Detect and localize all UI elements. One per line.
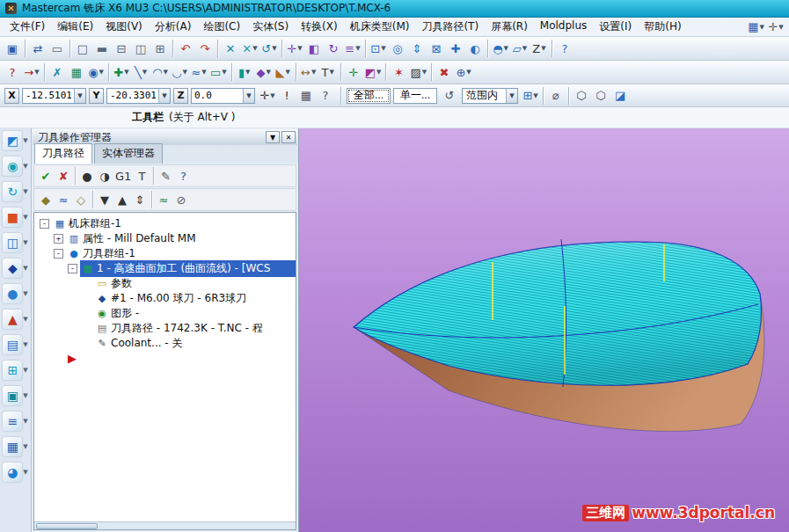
note-text-dropdown-icon[interactable]: ▼ xyxy=(329,69,333,76)
tree-item[interactable]: ▤刀具路径 - 1742.3K - T.NC - 程 xyxy=(34,321,296,336)
xform-offset-dropdown-icon[interactable]: ▼ xyxy=(355,45,360,52)
create-line-dropdown-icon[interactable]: ▼ xyxy=(142,69,147,76)
xform-offset-icon[interactable]: ≡▼ xyxy=(343,39,362,58)
select-result-icon[interactable]: ▦ xyxy=(67,62,86,82)
toolbar-states-dropdown-icon[interactable]: ▼ xyxy=(760,24,764,31)
zoom-fit-icon[interactable]: ⊠ xyxy=(427,39,446,58)
delete-entities-icon[interactable]: ✕ xyxy=(221,39,240,58)
note-text-icon[interactable]: T▼ xyxy=(318,62,338,82)
select-mode-dropdown-icon[interactable]: ▼ xyxy=(533,92,537,99)
tree-horizontal-scrollbar[interactable] xyxy=(34,521,296,529)
toolbar-states-icon[interactable]: ▦▼ xyxy=(746,18,766,37)
gview-right-tool[interactable]: ●▼ xyxy=(3,284,27,303)
extra-tool-dropdown-icon[interactable]: ▼ xyxy=(23,469,27,476)
toggle-post-icon[interactable]: ◇ xyxy=(72,191,90,208)
analyze-dynamic-icon[interactable]: →▼ xyxy=(22,62,41,82)
tree-item[interactable]: ✎Coolant... - 关 xyxy=(34,336,296,351)
chamfer-icon[interactable]: ◣▼ xyxy=(274,62,293,82)
gview-isometric-tool[interactable]: ◩▼ xyxy=(3,131,27,150)
insert-arrow-icon[interactable]: ▶ xyxy=(68,353,77,364)
y-coordinate-input[interactable] xyxy=(107,89,158,103)
create-line-icon[interactable]: ╲▼ xyxy=(131,62,150,82)
tree-item[interactable]: +▥属性 - Mill Default MM xyxy=(34,231,296,246)
panel-dropdown-button[interactable]: ▼ xyxy=(266,131,280,143)
material-display-tool[interactable]: ▣▼ xyxy=(3,386,27,405)
create-fillet-dropdown-icon[interactable]: ▼ xyxy=(182,69,186,76)
gview-top-tool[interactable]: ◫▼ xyxy=(3,233,27,252)
levels-manager-dropdown-icon[interactable]: ▼ xyxy=(23,341,27,348)
reset-selection-icon[interactable]: ✘ xyxy=(55,167,72,185)
create-point-dropdown-icon[interactable]: ▼ xyxy=(124,69,128,76)
levels-manager-tool[interactable]: ▤▼ xyxy=(3,335,27,354)
material-display-dropdown-icon[interactable]: ▼ xyxy=(23,392,27,399)
z-coordinate-input[interactable] xyxy=(192,89,243,103)
more-tools-dropdown-icon[interactable]: ▼ xyxy=(466,69,471,76)
viewport-single-icon[interactable]: ▬ xyxy=(92,39,112,58)
scroll-insert-arrow-icon[interactable]: ⇕ xyxy=(131,191,149,208)
selection-grid-icon[interactable]: ◪ xyxy=(610,86,630,106)
menu-item[interactable]: 帮助(H) xyxy=(638,18,687,36)
extra-tool-icon[interactable]: ◕ xyxy=(3,463,22,482)
print-icon[interactable]: ▭ xyxy=(47,39,67,58)
zoom-in-out-icon[interactable]: ⇕ xyxy=(407,39,427,58)
select-last-icon[interactable]: ↺ xyxy=(440,86,459,106)
gview-rotate-dropdown-icon[interactable]: ▼ xyxy=(23,188,27,195)
save-icon[interactable]: ▣ xyxy=(3,39,22,58)
gview-front-tool[interactable]: ◆▼ xyxy=(3,259,27,278)
curve-edit-dropdown-icon[interactable]: ▼ xyxy=(99,69,103,76)
toggle-toolpath-lock-icon[interactable]: ≈ xyxy=(55,191,72,208)
gview-isometric-dropdown-icon[interactable]: ▼ xyxy=(23,137,27,144)
gview-front-dropdown-icon[interactable]: ▼ xyxy=(23,265,27,272)
gview-dynamic-icon[interactable]: ◉ xyxy=(3,157,22,176)
gview-right-dropdown-icon[interactable]: ▼ xyxy=(23,290,27,297)
xform-translate-dropdown-icon[interactable]: ▼ xyxy=(297,45,302,52)
grid-toggle-dropdown-icon[interactable]: ▼ xyxy=(23,443,27,450)
solid-extrude-dropdown-icon[interactable]: ▼ xyxy=(245,69,250,76)
analyze-position-icon[interactable]: ? xyxy=(3,62,22,82)
menu-item[interactable]: 刀具路径(T) xyxy=(415,18,485,36)
surface-create-icon[interactable]: ◆▼ xyxy=(254,62,274,82)
backplot-selected-icon[interactable]: ● xyxy=(78,167,96,185)
range-dropdown-icon[interactable]: ▼ xyxy=(506,89,517,103)
expand-icon[interactable]: + xyxy=(54,234,63,244)
delete-duplicates-dropdown-icon[interactable]: ▼ xyxy=(252,45,257,52)
post-selected-icon[interactable]: T xyxy=(133,167,150,185)
viewport-toggle-icon[interactable]: ⊞ xyxy=(3,361,22,380)
material-display-icon[interactable]: ▣ xyxy=(3,386,22,405)
g1-check-icon[interactable]: G1 xyxy=(113,167,133,185)
create-spline-icon[interactable]: ≈▼ xyxy=(189,62,208,82)
menu-item[interactable]: 绘图(C) xyxy=(197,18,246,36)
toggle-display-selected-icon[interactable]: ≈ xyxy=(155,191,172,208)
undo-icon[interactable]: ↶ xyxy=(176,39,195,58)
viewport-split-v-icon[interactable]: ◫ xyxy=(131,39,150,58)
mask-solids-icon[interactable]: ⬡ xyxy=(591,86,610,106)
menu-item[interactable]: 编辑(E) xyxy=(51,18,99,36)
redo-icon[interactable]: ↷ xyxy=(195,39,215,58)
help-icon[interactable]: ? xyxy=(555,39,574,58)
menu-item[interactable]: 机床类型(M) xyxy=(344,18,416,36)
shading-toggle-icon[interactable]: ■ xyxy=(3,208,22,227)
layers-stack-icon[interactable]: ≡ xyxy=(3,412,22,431)
create-arc-dropdown-icon[interactable]: ▼ xyxy=(163,69,167,76)
insert-position-row[interactable]: ▶ xyxy=(34,351,296,366)
gview-rotate-icon[interactable]: ↻ xyxy=(3,182,22,201)
dimension-dropdown-icon[interactable]: ▼ xyxy=(311,69,316,76)
xform-rotate-icon[interactable]: ↻ xyxy=(324,39,343,58)
move-insert-up-icon[interactable]: ▲ xyxy=(113,191,131,208)
delete-color-icon[interactable]: ✖ xyxy=(435,62,454,82)
extra-tool-tool[interactable]: ◕▼ xyxy=(3,463,27,482)
range-mode-select[interactable]: 范围内 ▼ xyxy=(462,88,518,104)
delete-duplicates-icon[interactable]: ✕▼ xyxy=(240,39,259,58)
tree-item[interactable]: -●刀具群组-1 xyxy=(34,246,296,261)
planes-combo-icon[interactable]: ▱▼ xyxy=(510,39,530,58)
z-dropdown-icon[interactable]: ▼ xyxy=(243,89,254,103)
create-rectangle-icon[interactable]: ▭▼ xyxy=(208,62,229,82)
viewport-quad-icon[interactable]: ⊞ xyxy=(150,39,170,58)
undelete-dropdown-icon[interactable]: ▼ xyxy=(272,45,276,52)
lock-operation-icon[interactable]: ◆ xyxy=(37,191,55,208)
select-all-operations-icon[interactable]: ✔ xyxy=(37,167,55,185)
graphics-viewport[interactable]: 三维网 www.3dportal.cn xyxy=(299,128,789,532)
collapse-icon[interactable]: - xyxy=(54,249,63,259)
analyze-dynamic-dropdown-icon[interactable]: ▼ xyxy=(34,69,39,76)
cplane-select-tool[interactable]: ▲▼ xyxy=(3,310,27,329)
